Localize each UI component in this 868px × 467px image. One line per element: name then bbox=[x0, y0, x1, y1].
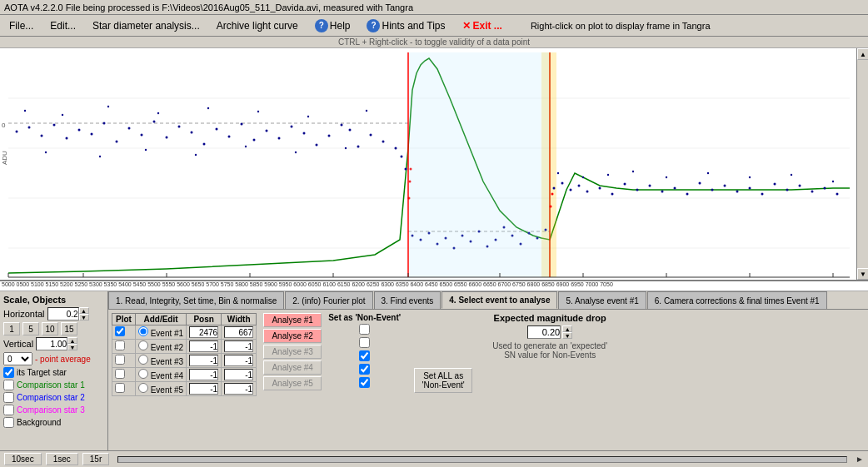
svg-point-57 bbox=[295, 152, 297, 153]
width-input-3[interactable] bbox=[224, 355, 253, 366]
posn-input-3[interactable] bbox=[189, 355, 218, 366]
event-radio-5[interactable] bbox=[138, 383, 148, 393]
magnitude-up-btn[interactable]: ▲ bbox=[562, 325, 572, 332]
analyse-btn-1[interactable]: Analyse #1 bbox=[263, 313, 322, 327]
non-event-check-3[interactable] bbox=[359, 350, 370, 361]
horizontal-down-btn[interactable]: ▼ bbox=[79, 314, 89, 320]
menu-hints[interactable]: ? Hints and Tips bbox=[362, 17, 450, 34]
event-table-container: Plot Add/Edit Posn Width Event #1 E bbox=[112, 313, 257, 447]
non-event-check-5[interactable] bbox=[359, 377, 370, 388]
tab-5[interactable]: 5. Analyse event #1 bbox=[558, 291, 646, 309]
svg-point-91 bbox=[686, 193, 689, 196]
menu-file[interactable]: File... bbox=[4, 18, 38, 33]
analyse-btn-4[interactable]: Analyse #4 bbox=[263, 360, 322, 375]
svg-point-19 bbox=[128, 127, 131, 130]
svg-point-49 bbox=[257, 111, 259, 112]
plot-checkbox-5[interactable] bbox=[115, 383, 125, 393]
width-input-1[interactable] bbox=[224, 326, 253, 338]
svg-point-87 bbox=[636, 189, 639, 191]
tab-3[interactable]: 3. Find events bbox=[374, 291, 441, 309]
comp2-label: Comparison star 2 bbox=[17, 393, 85, 402]
menu-archive[interactable]: Archive light curve bbox=[212, 18, 303, 33]
plot-checkbox-2[interactable] bbox=[115, 340, 125, 350]
menu-star-diameter[interactable]: Star diameter analysis... bbox=[87, 18, 205, 33]
scale-btn-10[interactable]: 10 bbox=[42, 322, 58, 335]
comp1-checkbox[interactable] bbox=[3, 380, 14, 390]
col-add-edit: Add/Edit bbox=[135, 314, 186, 325]
svg-point-26 bbox=[216, 128, 218, 131]
magnitude-down-btn[interactable]: ▼ bbox=[562, 332, 572, 339]
tab-4[interactable]: 4. Select event to analyse bbox=[441, 291, 557, 309]
scroll-down-btn[interactable]: ▼ bbox=[857, 268, 868, 280]
width-input-5[interactable] bbox=[224, 383, 253, 395]
comp2-checkbox[interactable] bbox=[3, 392, 14, 403]
help-icon: ? bbox=[315, 19, 328, 32]
bottom-tab-1sec[interactable]: 1sec bbox=[46, 453, 78, 465]
svg-point-11 bbox=[28, 127, 31, 129]
analyse-btn-3[interactable]: Analyse #3 bbox=[263, 345, 322, 359]
scale-btn-5[interactable]: 5 bbox=[22, 322, 39, 335]
svg-point-93 bbox=[711, 189, 714, 191]
bg-checkbox[interactable] bbox=[3, 417, 14, 428]
posn-input-2[interactable] bbox=[189, 340, 218, 352]
avg-select[interactable]: 0125 bbox=[3, 352, 32, 365]
plot-checkbox-3[interactable] bbox=[115, 355, 125, 365]
vertical-down-btn[interactable]: ▼ bbox=[67, 344, 77, 350]
event-table: Plot Add/Edit Posn Width Event #1 E bbox=[112, 313, 257, 396]
bottom-right-arrow[interactable]: ► bbox=[856, 455, 864, 464]
event-label-4: Event #4 bbox=[151, 371, 183, 380]
event-row-2: Event #2 bbox=[112, 340, 257, 354]
menu-edit[interactable]: Edit... bbox=[45, 18, 81, 33]
menu-exit[interactable]: ✕ Exit ... bbox=[457, 18, 507, 33]
bottom-scrollbar[interactable] bbox=[117, 456, 847, 463]
width-input-2[interactable] bbox=[224, 340, 253, 352]
menu-help[interactable]: ? Help bbox=[310, 17, 356, 34]
svg-point-18 bbox=[116, 141, 118, 143]
vertical-input[interactable] bbox=[36, 337, 67, 350]
horizontal-input-group: ▲ ▼ bbox=[47, 307, 89, 320]
comp3-checkbox[interactable] bbox=[3, 405, 14, 415]
svg-point-27 bbox=[228, 136, 231, 138]
event-label-5: Event #5 bbox=[151, 385, 183, 395]
chart-scrollbar[interactable]: ▲ ▼ bbox=[856, 48, 868, 280]
magnitude-input[interactable] bbox=[527, 325, 561, 339]
event-radio-3[interactable] bbox=[138, 355, 148, 365]
bottom-tab-10sec[interactable]: 10sec bbox=[4, 453, 42, 465]
plot-checkbox-4[interactable] bbox=[115, 369, 125, 379]
horizontal-up-btn[interactable]: ▲ bbox=[79, 307, 89, 314]
horizontal-input[interactable] bbox=[47, 307, 79, 320]
avg-label: - point average bbox=[35, 355, 91, 364]
set-all-btn[interactable]: Set ALL as 'Non-Event' bbox=[414, 368, 472, 393]
scroll-up-btn[interactable]: ▲ bbox=[857, 48, 868, 60]
horizontal-scale-row: Horizontal ▲ ▼ bbox=[3, 307, 104, 320]
svg-point-17 bbox=[103, 122, 106, 125]
analyse-btn-2[interactable]: Analyse #2 bbox=[263, 329, 322, 343]
tab-1[interactable]: 1. Read, Integrity, Set time, Bin & norm… bbox=[108, 291, 284, 309]
width-input-4[interactable] bbox=[224, 369, 253, 380]
scale-btn-1[interactable]: 1 bbox=[3, 322, 20, 335]
posn-input-1[interactable] bbox=[189, 326, 218, 338]
svg-point-94 bbox=[724, 185, 726, 187]
bottom-tab-15r[interactable]: 15r bbox=[82, 453, 109, 465]
svg-point-34 bbox=[316, 144, 318, 147]
target-star-checkbox[interactable] bbox=[3, 367, 14, 378]
bottom-tab-bar: 10sec 1sec 15r ► bbox=[0, 450, 868, 467]
non-event-check-2[interactable] bbox=[359, 337, 370, 348]
posn-input-4[interactable] bbox=[189, 369, 218, 380]
vertical-up-btn[interactable]: ▲ bbox=[67, 337, 77, 344]
event-radio-1[interactable] bbox=[138, 326, 148, 336]
event-radio-2[interactable] bbox=[138, 340, 148, 350]
plot-checkbox-1[interactable] bbox=[115, 326, 125, 336]
svg-point-98 bbox=[774, 183, 776, 186]
non-event-check-1[interactable] bbox=[359, 324, 370, 335]
scale-btn-15[interactable]: 15 bbox=[61, 322, 77, 335]
posn-input-5[interactable] bbox=[189, 383, 218, 395]
tab-2[interactable]: 2. (info) Fourier plot bbox=[285, 291, 372, 309]
event-radio-4[interactable] bbox=[138, 369, 148, 379]
tab-6[interactable]: 6. Camera corrections & final times Even… bbox=[647, 291, 827, 309]
svg-rect-117 bbox=[409, 52, 549, 277]
svg-point-12 bbox=[41, 135, 43, 137]
bg-row: Background bbox=[3, 417, 104, 428]
analyse-btn-5[interactable]: Analyse #5 bbox=[263, 376, 322, 390]
non-event-check-4[interactable] bbox=[359, 364, 370, 375]
